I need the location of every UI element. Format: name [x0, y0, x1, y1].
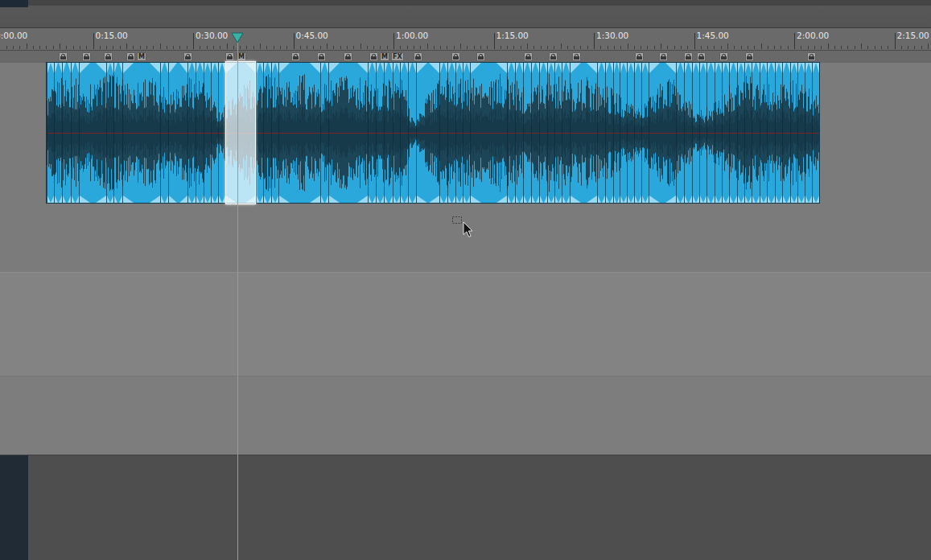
audio-clip[interactable]	[106, 63, 113, 203]
fade-handle[interactable]	[496, 196, 507, 203]
audio-clip[interactable]	[400, 63, 408, 203]
audio-clip[interactable]	[539, 63, 547, 203]
fade-handle[interactable]	[401, 63, 404, 73]
fade-handle[interactable]	[508, 196, 511, 203]
audio-clip[interactable]	[79, 63, 106, 203]
audio-clip[interactable]	[47, 63, 54, 203]
audio-clip[interactable]	[218, 63, 225, 203]
fade-handle[interactable]	[329, 196, 340, 203]
fade-handle[interactable]	[321, 63, 324, 73]
fade-handle[interactable]	[47, 63, 51, 73]
audio-clip[interactable]	[113, 63, 122, 203]
fade-handle[interactable]	[752, 63, 756, 73]
audio-clip[interactable]	[278, 63, 320, 203]
fade-handle[interactable]	[310, 63, 320, 73]
fade-handle[interactable]	[516, 196, 519, 203]
audio-clip[interactable]	[54, 63, 62, 203]
audio-clip[interactable]	[562, 63, 570, 203]
fade-handle[interactable]	[329, 63, 340, 73]
fade-handle[interactable]	[606, 196, 609, 203]
fade-handle[interactable]	[798, 196, 801, 203]
lock-icon[interactable]	[126, 52, 135, 61]
fade-handle[interactable]	[212, 63, 215, 73]
audio-clip[interactable]	[684, 63, 692, 203]
fade-handle[interactable]	[188, 63, 192, 73]
fade-handle[interactable]	[204, 196, 208, 203]
fade-handle[interactable]	[562, 196, 566, 203]
lock-icon[interactable]	[476, 52, 485, 61]
fade-handle[interactable]	[540, 63, 543, 73]
fade-handle[interactable]	[642, 63, 645, 73]
audio-clip[interactable]	[393, 63, 400, 203]
audio-clip[interactable]	[775, 63, 782, 203]
fade-handle[interactable]	[393, 63, 397, 73]
fade-handle[interactable]	[107, 196, 110, 203]
fade-handle[interactable]	[123, 196, 134, 203]
audio-clip[interactable]	[160, 63, 168, 203]
audio-clip[interactable]	[782, 63, 790, 203]
lock-icon[interactable]	[684, 52, 693, 61]
audio-clip[interactable]	[455, 63, 463, 203]
audio-clip[interactable]	[263, 63, 271, 203]
fade-handle[interactable]	[649, 196, 660, 203]
fade-handle[interactable]	[548, 63, 551, 73]
fade-handle[interactable]	[685, 196, 688, 203]
audio-clip[interactable]	[605, 63, 613, 203]
audio-clip[interactable]	[531, 63, 539, 203]
audio-clip[interactable]	[507, 63, 515, 203]
fade-handle[interactable]	[150, 63, 160, 73]
fade-handle[interactable]	[72, 196, 75, 203]
audio-clip[interactable]	[692, 63, 699, 203]
fade-handle[interactable]	[760, 196, 764, 203]
fade-handle[interactable]	[752, 196, 756, 203]
fade-handle[interactable]	[745, 196, 748, 203]
fade-handle[interactable]	[72, 63, 75, 73]
fade-handle[interactable]	[700, 63, 703, 73]
workspace-band[interactable]	[0, 376, 931, 455]
fade-handle[interactable]	[649, 63, 660, 73]
fade-handle[interactable]	[587, 63, 597, 73]
lock-icon[interactable]	[659, 52, 668, 61]
fade-handle[interactable]	[47, 196, 51, 203]
fade-handle[interactable]	[620, 196, 624, 203]
fade-handle[interactable]	[55, 63, 58, 73]
audio-clip[interactable]	[320, 63, 328, 203]
audio-clip[interactable]	[729, 63, 737, 203]
audio-clip[interactable]	[211, 63, 218, 203]
audio-clip[interactable]	[122, 63, 160, 203]
fade-handle[interactable]	[204, 63, 208, 73]
fade-handle[interactable]	[257, 63, 260, 73]
audio-clip[interactable]	[376, 63, 384, 203]
lock-icon[interactable]	[183, 52, 192, 61]
fade-handle[interactable]	[642, 196, 645, 203]
audio-clip[interactable]	[554, 63, 562, 203]
fade-handle[interactable]	[628, 63, 631, 73]
fade-handle[interactable]	[665, 63, 676, 73]
lock-icon[interactable]	[697, 52, 706, 61]
fade-handle[interactable]	[393, 196, 397, 203]
top-left-dock-tab[interactable]	[0, 0, 28, 7]
fade-handle[interactable]	[571, 63, 581, 73]
audio-clip[interactable]	[722, 63, 729, 203]
fade-handle[interactable]	[548, 196, 551, 203]
fade-handle[interactable]	[715, 63, 719, 73]
fade-handle[interactable]	[587, 196, 597, 203]
fade-handle[interactable]	[805, 63, 809, 73]
fade-handle[interactable]	[196, 196, 200, 203]
fade-handle[interactable]	[628, 196, 631, 203]
fade-handle[interactable]	[150, 196, 160, 203]
audio-clip[interactable]	[168, 63, 187, 203]
audio-clip[interactable]	[416, 63, 439, 203]
fade-handle[interactable]	[783, 63, 786, 73]
fade-handle[interactable]	[161, 196, 164, 203]
fade-handle[interactable]	[677, 63, 680, 73]
lock-icon[interactable]	[807, 52, 816, 61]
fade-handle[interactable]	[768, 63, 771, 73]
fade-handle[interactable]	[471, 63, 481, 73]
fade-handle[interactable]	[429, 196, 439, 203]
audio-clip[interactable]	[256, 63, 263, 203]
clip-m-badge[interactable]: M	[237, 52, 246, 61]
audio-clip[interactable]	[271, 63, 278, 203]
audio-clip[interactable]	[570, 63, 597, 203]
fade-handle[interactable]	[377, 196, 380, 203]
